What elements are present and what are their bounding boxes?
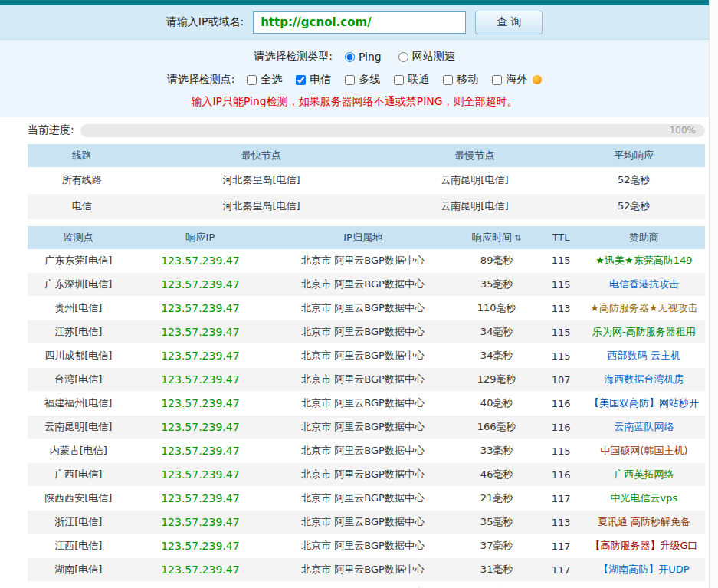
sponsor-link[interactable]: ★高防服务器★无视攻击 xyxy=(590,302,697,314)
detail-col-ttl: TTL xyxy=(539,226,582,249)
detect-type-label: 请选择检测类型: xyxy=(254,50,333,64)
summary-cell: 52毫秒 xyxy=(562,167,705,193)
location-cell: 北京市 阿里云BGP数据中心 xyxy=(271,344,454,368)
detail-col-time[interactable]: 响应时间⇅ xyxy=(454,226,539,249)
checkbox-多线[interactable] xyxy=(345,75,355,85)
node-cell: 湖北[电信] xyxy=(28,582,130,588)
sponsor-cell: 乐为网-高防服务器租用 xyxy=(583,320,705,344)
location-cell: 北京市 阿里云BGP数据中心 xyxy=(271,558,454,582)
detect-node-option[interactable]: 电信 xyxy=(296,73,331,87)
detail-table-body: 广东东莞[电信]123.57.239.47北京市 阿里云BGP数据中心89毫秒1… xyxy=(28,249,705,588)
ip-cell: 123.57.239.47 xyxy=(130,344,272,368)
sponsor-link[interactable]: 广西英拓网络 xyxy=(614,468,674,480)
scrollbar-track[interactable] xyxy=(709,0,718,588)
time-cell: 110毫秒 xyxy=(454,297,539,320)
ttl-cell: 113 xyxy=(539,511,582,534)
sponsor-link[interactable]: 海西数据台湾机房 xyxy=(604,373,684,385)
detect-type-option[interactable]: 网站测速 xyxy=(398,50,455,64)
location-cell: 北京市 阿里云BGP数据中心 xyxy=(271,249,454,273)
node-cell: 四川成都[电信] xyxy=(28,344,130,368)
sponsor-link[interactable]: 【湖南高防】开UDP xyxy=(598,563,689,575)
detail-col-location: IP归属地 xyxy=(271,226,454,249)
ttl-cell: 113 xyxy=(539,297,582,320)
sponsor-cell: 【美国双高防】网站秒开 xyxy=(583,392,705,416)
detail-row: 江西[电信]123.57.239.47北京市 阿里云BGP数据中心37毫秒117… xyxy=(28,534,705,558)
time-cell: 31毫秒 xyxy=(454,558,539,582)
sponsor-link[interactable]: 西部数码 云主机 xyxy=(608,350,680,361)
detail-row: 陕西西安[电信]123.57.239.47北京市 阿里云BGP数据中心21毫秒1… xyxy=(28,487,705,511)
sponsor-link[interactable]: 云南蓝队网络 xyxy=(614,421,674,432)
node-cell: 广西[电信] xyxy=(28,463,130,487)
time-cell: 129毫秒 xyxy=(454,368,539,392)
sponsor-link[interactable]: 中国硕网(韩国主机) xyxy=(600,445,687,456)
progress-percent: 100% xyxy=(670,125,696,136)
detect-node-option[interactable]: 多线 xyxy=(345,73,380,87)
location-cell: 北京市 阿里云BGP数据中心 xyxy=(271,320,454,344)
radio-网站测速[interactable] xyxy=(398,52,408,62)
ttl-cell: 115 xyxy=(539,273,582,297)
ttl-cell: 115 xyxy=(539,439,582,463)
sponsor-link[interactable]: 电信香港抗攻击 xyxy=(609,278,679,290)
checkbox-联通[interactable] xyxy=(394,75,404,85)
ip-cell: 123.57.239.47 xyxy=(130,297,272,320)
ttl-cell: 116 xyxy=(539,582,582,588)
summary-row: 电信河北秦皇岛[电信]云南昆明[电信]52毫秒 xyxy=(28,193,705,219)
ttl-cell: 116 xyxy=(539,463,582,487)
ttl-cell: 116 xyxy=(539,416,582,439)
sponsor-link[interactable]: 夏讯通 高防秒解免备 xyxy=(598,516,690,527)
summary-cell: 所有线路 xyxy=(28,167,136,193)
sponsor-link[interactable]: 【美国双高防】网站秒开 xyxy=(589,397,699,409)
radio-label: 网站测速 xyxy=(412,50,455,64)
detail-row: 贵州[电信]123.57.239.47北京市 阿里云BGP数据中心110毫秒11… xyxy=(28,297,705,320)
tables-area: 线路 最快节点 最慢节点 平均响应 所有线路河北秦皇岛[电信]云南昆明[电信]5… xyxy=(0,144,709,588)
detail-row: 湖南[电信]123.57.239.47北京市 阿里云BGP数据中心31毫秒117… xyxy=(28,558,705,582)
sponsor-cell: 【湖南高防】开UDP xyxy=(583,558,705,582)
detect-node-option[interactable]: 联通 xyxy=(394,73,429,87)
node-cell: 贵州[电信] xyxy=(28,297,130,320)
detail-row: 云南昆明[电信]123.57.239.47北京市 阿里云BGP数据中心166毫秒… xyxy=(28,416,705,439)
hot-dot-icon xyxy=(533,75,542,84)
summary-col-average: 平均响应 xyxy=(562,144,705,167)
detail-row: 广东东莞[电信]123.57.239.47北京市 阿里云BGP数据中心89毫秒1… xyxy=(28,249,705,273)
sponsor-link[interactable]: 中光电信云vps xyxy=(611,492,678,504)
ttl-cell: 117 xyxy=(539,487,582,511)
detect-node-option[interactable]: 移动 xyxy=(443,73,478,87)
node-cell: 广东深圳[电信] xyxy=(28,273,130,297)
summary-header-row: 线路 最快节点 最慢节点 平均响应 xyxy=(28,144,705,167)
summary-cell: 河北秦皇岛[电信] xyxy=(136,193,386,219)
detect-node-option[interactable]: 海外 xyxy=(492,73,542,87)
checkbox-海外[interactable] xyxy=(492,75,502,85)
ip-cell: 123.57.239.47 xyxy=(130,463,272,487)
checkbox-全选[interactable] xyxy=(247,75,257,85)
node-cell: 江西[电信] xyxy=(28,534,130,558)
sponsor-link[interactable]: 【高防服务器】升级G口 xyxy=(590,540,697,551)
detail-header-row: 监测点 响应IP IP归属地 响应时间⇅ TTL 赞助商 xyxy=(28,226,705,249)
sort-icon[interactable]: ⇅ xyxy=(514,233,521,243)
detect-type-option[interactable]: Ping xyxy=(345,50,382,64)
top-bar xyxy=(0,0,709,5)
detail-row: 台湾[电信]123.57.239.47北京市 阿里云BGP数据中心129毫秒10… xyxy=(28,368,705,392)
ip-cell: 123.57.239.47 xyxy=(130,487,272,511)
sponsor-link[interactable]: ★迅美★东莞高防149 xyxy=(595,255,692,266)
ip-cell: 123.57.239.47 xyxy=(130,273,272,297)
time-cell: 35毫秒 xyxy=(454,582,539,588)
url-input[interactable] xyxy=(253,11,466,34)
detail-row: 四川成都[电信]123.57.239.47北京市 阿里云BGP数据中心34毫秒1… xyxy=(28,344,705,368)
detect-node-option[interactable]: 全选 xyxy=(247,73,282,87)
summary-cell: 云南昆明[电信] xyxy=(387,193,563,219)
detail-table: 监测点 响应IP IP归属地 响应时间⇅ TTL 赞助商 广东东莞[电信]123… xyxy=(28,226,705,588)
warning-text: 输入IP只能Ping检测，如果服务器网络不通或禁PING，则全部超时。 xyxy=(0,95,709,109)
detail-col-time-label: 响应时间 xyxy=(472,232,512,243)
node-cell: 台湾[电信] xyxy=(28,368,130,392)
detail-row: 江苏[电信]123.57.239.47北京市 阿里云BGP数据中心34毫秒115… xyxy=(28,320,705,344)
radio-Ping[interactable] xyxy=(345,52,355,62)
sponsor-link[interactable]: 乐为网-高防服务器租用 xyxy=(592,326,696,337)
query-button[interactable]: 查 询 xyxy=(475,11,543,34)
ip-cell: 123.57.239.47 xyxy=(130,439,272,463)
ttl-cell: 117 xyxy=(539,534,582,558)
location-cell: 北京市 阿里云BGP数据中心 xyxy=(271,487,454,511)
time-cell: 46毫秒 xyxy=(454,463,539,487)
checkbox-电信[interactable] xyxy=(296,75,306,85)
checkbox-移动[interactable] xyxy=(443,75,453,85)
sponsor-cell: 高防服务器租用 xyxy=(583,582,705,588)
